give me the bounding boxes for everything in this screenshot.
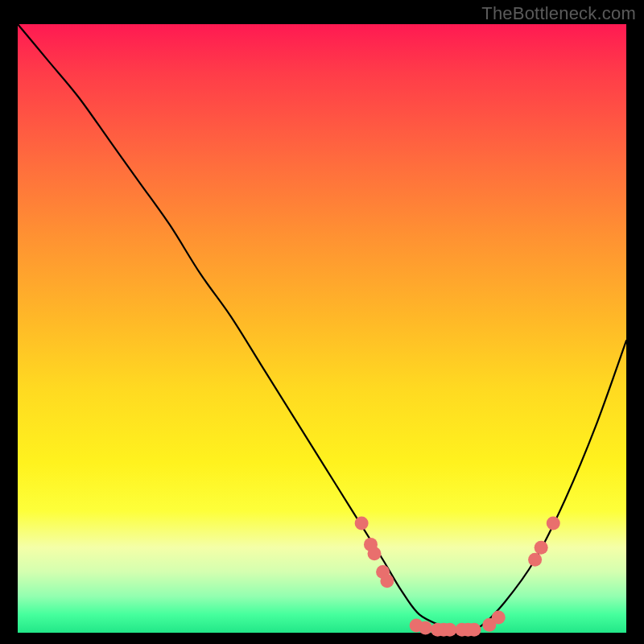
data-point bbox=[443, 623, 456, 637]
data-point bbox=[419, 621, 432, 634]
curve-svg bbox=[18, 24, 626, 633]
data-point bbox=[380, 574, 394, 588]
chart-frame: TheBottleneck.com bbox=[0, 0, 644, 644]
data-point bbox=[535, 541, 548, 555]
data-point bbox=[468, 623, 481, 637]
data-points-group bbox=[355, 516, 560, 636]
data-point bbox=[355, 516, 369, 530]
data-point bbox=[547, 516, 560, 530]
data-point bbox=[368, 547, 382, 560]
data-point bbox=[528, 553, 542, 567]
bottleneck-curve bbox=[18, 24, 626, 633]
watermark-text: TheBottleneck.com bbox=[481, 3, 636, 24]
data-point bbox=[492, 611, 506, 625]
plot-area bbox=[18, 24, 626, 633]
